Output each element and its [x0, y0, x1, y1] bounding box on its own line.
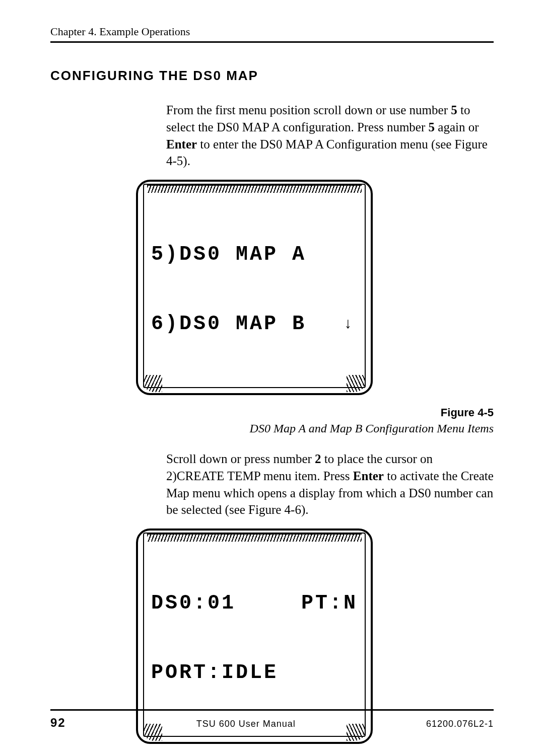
- lcd-hatch: [347, 375, 366, 392]
- figure-4-5-caption-block: Figure 4-5 DS0 Map A and Map B Configura…: [166, 405, 494, 518]
- lcd-hatch: [143, 375, 162, 392]
- lcd-text: 5)DS0 MAP A 6)DS0 MAP B ↓: [151, 188, 358, 382]
- paragraph-1: From the first menu position scroll down…: [166, 102, 494, 170]
- text: From the first menu position scroll down…: [166, 103, 451, 117]
- lcd-line-1: 5)DS0 MAP A: [151, 243, 306, 266]
- doc-number: 61200.076L2-1: [426, 719, 494, 729]
- lcd-line-1-left: DS0:01: [151, 592, 236, 615]
- lcd-screen: 5)DS0 MAP A 6)DS0 MAP B ↓: [143, 184, 366, 388]
- page: Chapter 4. Example Operations CONFIGURIN…: [0, 0, 544, 756]
- lcd-screen: DS0:01 PT:N PORT:IDLE: [143, 533, 366, 737]
- bold-2: 2: [315, 452, 321, 466]
- bold-enter: Enter: [166, 137, 197, 151]
- figure-label: Figure 4-6: [166, 754, 494, 756]
- page-footer: 92 TSU 600 User Manual 61200.076L2-1: [50, 709, 494, 730]
- page-number: 92: [50, 716, 66, 730]
- lcd-text: DS0:01 PT:N PORT:IDLE: [151, 537, 358, 731]
- bold-5: 5: [451, 103, 457, 117]
- section-title: CONFIGURING THE DS0 MAP: [50, 68, 494, 84]
- figure-label: Figure 4-5: [166, 405, 494, 420]
- text: again or: [435, 120, 479, 134]
- bold-5: 5: [429, 120, 435, 134]
- figure-caption: DS0 Map A and Map B Configuration Menu I…: [166, 420, 494, 436]
- lcd-figure-4-5: 5)DS0 MAP A 6)DS0 MAP B ↓: [136, 180, 494, 395]
- bold-enter: Enter: [353, 469, 384, 483]
- header-rule: [50, 41, 494, 43]
- text: Scroll down or press number: [166, 452, 315, 466]
- lcd-line-2: PORT:IDLE: [151, 661, 278, 685]
- lcd-line-1-right: PT:N: [301, 592, 358, 615]
- lcd-line-2: 6)DS0 MAP B: [151, 313, 306, 336]
- chapter-header: Chapter 4. Example Operations: [50, 25, 494, 38]
- text: to enter the DS0 MAP A Configuration men…: [166, 137, 488, 168]
- manual-name: TSU 600 User Manual: [196, 719, 296, 729]
- paragraph-2: Scroll down or press number 2 to place t…: [166, 450, 494, 518]
- lcd-frame: 5)DS0 MAP A 6)DS0 MAP B ↓: [136, 180, 373, 395]
- down-arrow-icon: ↓: [344, 316, 358, 333]
- body-block: From the first menu position scroll down…: [166, 102, 494, 170]
- figure-4-6-caption-block: Figure 4-6 Create Map Menu with Displaye…: [166, 754, 494, 756]
